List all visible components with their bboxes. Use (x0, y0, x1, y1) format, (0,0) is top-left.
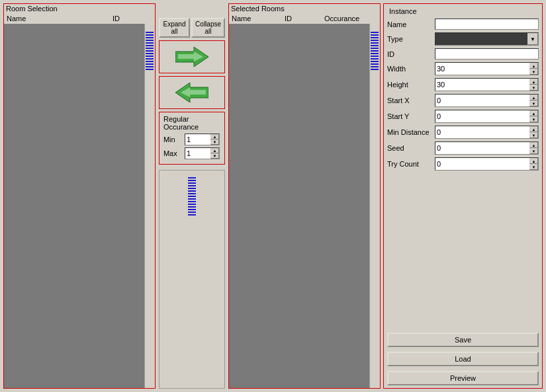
instance-id-label: ID (387, 50, 433, 58)
startx-input[interactable] (435, 95, 529, 106)
instance-mindist-label: Min Distance (387, 128, 433, 136)
instance-type-select-wrapper: ▼ (435, 32, 539, 46)
seed-input[interactable] (435, 142, 529, 153)
height-input[interactable] (435, 79, 529, 90)
instance-trycount-label: Try Count (387, 160, 433, 168)
arrow-left-icon[interactable] (175, 83, 208, 102)
room-vscroll-thumb (146, 30, 154, 70)
trycount-spin[interactable]: ▲ ▼ (435, 157, 539, 171)
selected-rooms-header: Name ID Occurance (229, 13, 380, 24)
max-spin-up[interactable]: ▲ (210, 148, 219, 153)
instance-name-row: Name (387, 19, 539, 30)
trycount-input[interactable] (435, 158, 529, 169)
width-spin[interactable]: ▲ ▼ (435, 62, 539, 75)
sel-name-header: Name (232, 15, 285, 22)
selected-tree-content[interactable] (229, 24, 369, 388)
instance-startx-label: Start X (387, 97, 433, 104)
seed-spin[interactable]: ▲ ▼ (435, 141, 539, 155)
starty-input[interactable] (435, 110, 529, 122)
instance-width-row: Width ▲ ▼ (387, 62, 539, 75)
regular-occurance-group: Regular Occurance Min ▲ ▼ Max ▲ ▼ (159, 112, 225, 165)
preview-button[interactable]: Preview (387, 371, 539, 385)
min-spin-buttons: ▲ ▼ (210, 134, 219, 145)
startx-spin[interactable]: ▲ ▼ (435, 94, 539, 107)
width-spin-buttons: ▲ ▼ (529, 63, 538, 75)
load-button[interactable]: Load (387, 352, 539, 366)
starty-spin[interactable]: ▲ ▼ (435, 110, 539, 123)
max-spin[interactable]: ▲ ▼ (185, 147, 220, 159)
min-row: Min ▲ ▼ (163, 134, 220, 145)
instance-starty-row: Start Y ▲ ▼ (387, 110, 539, 123)
seed-spin-down[interactable]: ▼ (529, 148, 538, 154)
starty-spin-buttons: ▲ ▼ (529, 110, 538, 122)
mindist-input[interactable] (435, 126, 529, 137)
height-spin[interactable]: ▲ ▼ (435, 78, 539, 91)
startx-spin-down[interactable]: ▼ (529, 100, 538, 106)
seed-spin-up[interactable]: ▲ (529, 142, 538, 148)
width-spin-up[interactable]: ▲ (529, 63, 538, 69)
startx-spin-buttons: ▲ ▼ (529, 95, 538, 106)
instance-seed-label: Seed (387, 144, 433, 152)
min-spin-up[interactable]: ▲ (210, 134, 219, 139)
selected-vscroll-thumb (371, 30, 379, 70)
selected-vscroll[interactable] (369, 24, 380, 388)
add-room-box (159, 40, 225, 73)
room-selection-tree (4, 24, 155, 388)
room-tree-content[interactable] (4, 24, 144, 388)
trycount-spin-buttons: ▲ ▼ (529, 158, 538, 170)
room-selection-title: Room Selection (4, 4, 155, 13)
mindist-spin-up[interactable]: ▲ (529, 126, 538, 132)
min-spin[interactable]: ▲ ▼ (185, 134, 220, 145)
trycount-spin-up[interactable]: ▲ (529, 158, 538, 164)
height-spin-up[interactable]: ▲ (529, 79, 538, 85)
selected-rooms-tree (229, 24, 380, 388)
startx-spin-up[interactable]: ▲ (529, 95, 538, 100)
max-spin-down[interactable]: ▼ (210, 153, 219, 159)
instance-id-row: ID (387, 48, 539, 59)
collapse-all-button[interactable]: Collapse all (191, 18, 225, 38)
instance-height-label: Height (387, 81, 433, 89)
instance-trycount-row: Try Count ▲ ▼ (387, 157, 539, 171)
instance-mindist-row: Min Distance ▲ ▼ (387, 126, 539, 139)
instance-type-select[interactable] (435, 32, 539, 46)
instance-id-input[interactable] (435, 48, 539, 59)
mindist-spin-down[interactable]: ▼ (529, 132, 538, 138)
instance-type-label: Type (387, 35, 433, 43)
instance-startx-row: Start X ▲ ▼ (387, 94, 539, 107)
instance-panel: Instance Name Type ▼ ID Width ▲ (383, 3, 543, 389)
min-input[interactable] (185, 134, 210, 145)
max-label: Max (163, 149, 185, 157)
instance-height-row: Height ▲ ▼ (387, 78, 539, 91)
instance-name-input[interactable] (435, 19, 539, 30)
starty-spin-up[interactable]: ▲ (529, 110, 538, 116)
max-input[interactable] (185, 148, 210, 159)
sel-id-header: ID (285, 15, 324, 22)
trycount-spin-down[interactable]: ▼ (529, 164, 538, 170)
arrow-right-icon[interactable] (175, 47, 208, 67)
room-vscroll[interactable] (144, 24, 155, 388)
max-row: Max ▲ ▼ (163, 147, 220, 159)
expand-collapse-row: Expand all Collapse all (159, 18, 225, 38)
instance-name-label: Name (387, 20, 433, 28)
save-button[interactable]: Save (387, 333, 539, 347)
starty-spin-down[interactable]: ▼ (529, 116, 538, 122)
room-id-header: ID (113, 15, 152, 22)
max-spin-buttons: ▲ ▼ (210, 148, 219, 159)
min-label: Min (163, 136, 185, 143)
min-spin-down[interactable]: ▼ (210, 139, 219, 145)
room-selection-panel: Room Selection Name ID (3, 3, 156, 389)
instance-width-label: Width (387, 65, 433, 73)
width-spin-down[interactable]: ▼ (529, 69, 538, 75)
sel-occ-header: Occurance (324, 15, 377, 22)
selected-rooms-title: Selected Rooms (229, 4, 380, 13)
selected-rooms-panel: Selected Rooms Name ID Occurance (228, 3, 381, 389)
room-name-header: Name (7, 15, 113, 22)
room-selection-header: Name ID (4, 13, 155, 24)
expand-all-button[interactable]: Expand all (159, 18, 190, 38)
regular-occurance-title: Regular Occurance (163, 115, 220, 131)
height-spin-down[interactable]: ▼ (529, 85, 538, 91)
mid-vscroll-thumb (188, 176, 196, 216)
width-input[interactable] (435, 63, 529, 74)
mindist-spin[interactable]: ▲ ▼ (435, 126, 539, 139)
seed-spin-buttons: ▲ ▼ (529, 142, 538, 154)
